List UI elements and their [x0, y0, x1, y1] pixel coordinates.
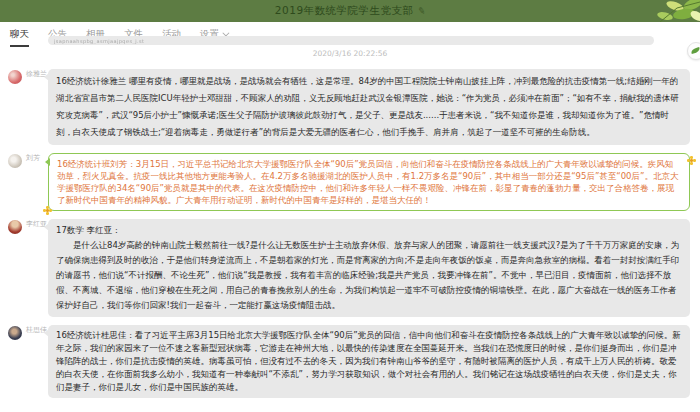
edit-title-icon[interactable]: ✎	[417, 5, 426, 16]
leaf-icon	[691, 47, 700, 54]
notice-bar[interactable]: jsapnaahspbg_asmjaajpqes_j.st	[48, 36, 654, 45]
chat-message: 李红亚 17数学 李红亚： 是什么让84岁高龄的钟南山院士毅然前往一线?是什么让…	[0, 219, 700, 317]
chat-message-highlighted: 刘芳 16经济统计班刘芳：3月15日，习近平总书记给北京大学援鄂医疗队全体“90…	[0, 153, 700, 211]
avatar[interactable]	[8, 70, 22, 84]
timestamp: 2020/3/16 20:22:56	[0, 49, 700, 59]
flower-marker-icon	[687, 156, 695, 164]
group-title: 2019年数统学院学生党支部	[275, 4, 414, 18]
notice-text: jsapnaahspbg_asmjaajpqes_j.st	[54, 38, 144, 44]
group-chat-window: 2019年数统学院学生党支部 ✎ 聊天 公告 相册 文件 活动 设置 jsapn…	[0, 0, 700, 412]
avatar[interactable]	[8, 326, 22, 340]
chat-message: 徐雅兰 16经济统计徐雅兰 哪里有疫情，哪里就是战场，是战场就会有牺牲，这是常理…	[0, 69, 700, 145]
avatar[interactable]	[8, 220, 22, 234]
flower-marker-icon	[43, 206, 51, 214]
avatar[interactable]	[8, 154, 22, 168]
leaf-corner-icon[interactable]	[687, 42, 700, 60]
sender-name: 刘芳	[26, 154, 40, 162]
message-bubble: 16经济统计徐雅兰 哪里有疫情，哪里就是战场，是战场就会有牺牲，这是常理。84岁…	[48, 69, 690, 145]
message-bubble: 16经济统计桂思佳：看了习近平主席3月15日给北京大学援鄂医疗队全体“90后”党…	[48, 325, 690, 398]
message-bubble: 17数学 李红亚： 是什么让84岁高龄的钟南山院士毅然前往一线?是什么让无数医生…	[48, 219, 690, 317]
chat-message: 桂思佳 16经济统计桂思佳：看了习近平主席3月15日给北京大学援鄂医疗队全体“9…	[0, 325, 700, 398]
window-header: 2019年数统学院学生党支部 ✎	[0, 0, 700, 22]
tab-chat[interactable]: 聊天	[10, 28, 29, 47]
leaves-decoration	[605, 0, 700, 22]
chat-message-list: 徐雅兰 16经济统计徐雅兰 哪里有疫情，哪里就是战场，是战场就会有牺牲，这是常理…	[0, 59, 700, 398]
message-bubble-highlighted: 16经济统计班刘芳：3月15日，习近平总书记给北京大学援鄂医疗队全体“90后”党…	[48, 153, 690, 211]
